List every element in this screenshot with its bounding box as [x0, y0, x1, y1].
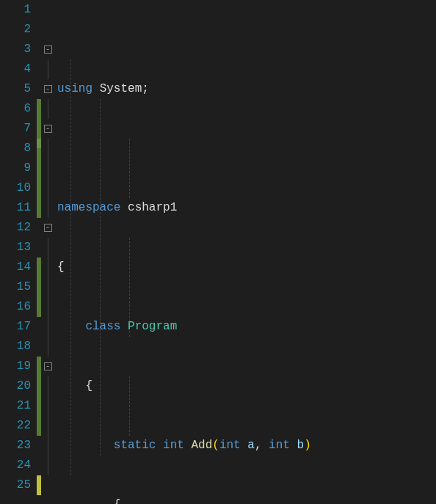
- code-line[interactable]: namespace csharp1: [54, 198, 436, 218]
- code-line[interactable]: {: [54, 258, 436, 277]
- line-number: 20: [0, 376, 31, 396]
- code-editor[interactable]: 1 2 3 4 5 6 7 8 9 10 11 12 13 14 15 16 1…: [0, 0, 436, 504]
- line-number: 3: [0, 40, 31, 59]
- line-number: 2: [0, 20, 31, 40]
- indent-guides: [54, 0, 436, 504]
- line-number: 17: [0, 317, 31, 337]
- line-number: 24: [0, 456, 31, 475]
- code-line[interactable]: using System;: [54, 79, 436, 99]
- line-number: 12: [0, 218, 31, 238]
- line-number: 5: [0, 79, 31, 99]
- line-number: 18: [0, 337, 31, 357]
- line-number: 13: [0, 238, 31, 258]
- fold-gutter: - - - - -: [41, 0, 54, 504]
- code-line[interactable]: [54, 139, 436, 158]
- line-number: 6: [0, 99, 31, 119]
- line-number: 14: [0, 258, 31, 277]
- fold-toggle-icon[interactable]: -: [44, 45, 52, 54]
- fold-toggle-icon[interactable]: -: [44, 85, 52, 93]
- line-number: 1: [0, 0, 31, 20]
- line-number: 19: [0, 357, 31, 376]
- code-line[interactable]: static int Add(int a, int b): [54, 436, 436, 456]
- line-number: 10: [0, 178, 31, 198]
- line-number: 7: [0, 119, 31, 139]
- line-number: 23: [0, 436, 31, 456]
- line-number: 4: [0, 59, 31, 79]
- line-number: 8: [0, 139, 31, 158]
- fold-toggle-icon[interactable]: -: [44, 125, 52, 133]
- fold-toggle-icon[interactable]: -: [44, 362, 52, 370]
- line-number: 25: [0, 475, 31, 495]
- line-number: 22: [0, 416, 31, 436]
- code-area[interactable]: using System; namespace csharp1 { class …: [54, 0, 436, 504]
- code-line[interactable]: {: [54, 495, 436, 504]
- fold-toggle-icon[interactable]: -: [44, 224, 52, 232]
- line-number: 16: [0, 297, 31, 317]
- line-number: 9: [0, 158, 31, 178]
- code-line[interactable]: {: [54, 376, 436, 396]
- line-number-gutter: 1 2 3 4 5 6 7 8 9 10 11 12 13 14 15 16 1…: [0, 0, 37, 504]
- line-number: 21: [0, 396, 31, 416]
- line-number: 11: [0, 198, 31, 218]
- line-number: 15: [0, 277, 31, 297]
- code-line[interactable]: class Program: [54, 317, 436, 337]
